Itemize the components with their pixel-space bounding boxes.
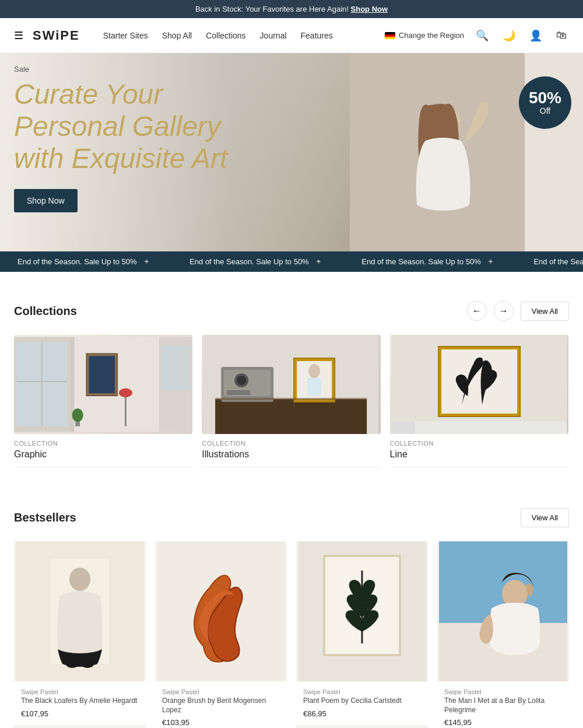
svg-point-26 — [308, 364, 320, 378]
product-art-3 — [439, 541, 567, 681]
product-brand-1: Swipe Pastel — [162, 688, 280, 695]
nav-journal[interactable]: Journal — [260, 31, 287, 40]
collections-grid: Collection Graphic — [14, 335, 569, 467]
cart-button[interactable]: 🛍 — [554, 27, 569, 44]
product-art-1 — [157, 541, 285, 681]
product-card-3[interactable]: Swipe Pastel The Man I Met at a Bar By L… — [437, 541, 569, 728]
product-price-0: €107,95 — [21, 709, 139, 718]
product-name-0: The Black Loafers By Amelie Hegardt — [21, 696, 139, 706]
collections-prev-button[interactable]: ← — [467, 301, 487, 321]
theme-toggle-button[interactable]: 🌙 — [500, 27, 518, 44]
product-img-2 — [296, 541, 428, 681]
hamburger-icon[interactable]: ☰ — [14, 29, 23, 42]
nav-features[interactable]: Features — [301, 31, 333, 40]
collection-label-1: Collection — [202, 440, 380, 447]
ticker-item-1: End of the Season. Sale Up to 50% ✦ — [0, 257, 172, 266]
collection-scene-2 — [202, 335, 380, 434]
svg-point-36 — [69, 568, 90, 591]
product-brand-2: Swipe Pastel — [303, 688, 421, 695]
product-info-0: Swipe Pastel The Black Loafers By Amelie… — [14, 681, 146, 725]
product-img-1 — [155, 541, 287, 681]
collection-scene-svg-2 — [202, 335, 380, 434]
product-brand-0: Swipe Pastel — [21, 688, 139, 695]
svg-point-15 — [72, 408, 83, 422]
product-art-0 — [16, 541, 144, 681]
collections-view-all-button[interactable]: View All — [521, 302, 569, 321]
bestsellers-view-all-button[interactable]: View All — [521, 508, 569, 527]
collection-name-0: Graphic — [14, 449, 192, 467]
products-grid: Swipe Pastel The Black Loafers By Amelie… — [14, 541, 569, 728]
ticker-item-4: End of the Season. Sale Up to 50% ✦ — [516, 257, 583, 266]
product-img-3 — [437, 541, 569, 681]
collections-title: Collections — [14, 304, 77, 318]
product-img-0 — [14, 541, 146, 681]
region-button[interactable]: Change the Region — [385, 31, 464, 40]
svg-rect-32 — [392, 421, 567, 434]
ticker-item-3: End of the Season. Sale Up to 50% ✦ — [344, 257, 516, 266]
product-info-3: Swipe Pastel The Man I Met at a Bar By L… — [437, 681, 569, 728]
collection-img-illustrations — [202, 335, 380, 434]
svg-rect-27 — [307, 378, 321, 396]
svg-point-38 — [82, 662, 93, 668]
product-art-2 — [298, 541, 426, 681]
ticker-item-2: End of the Season. Sale Up to 50% ✦ — [172, 257, 344, 266]
nav-shop-all[interactable]: Shop All — [162, 31, 192, 40]
collection-scene-1 — [14, 335, 192, 434]
collection-card-graphic[interactable]: Collection Graphic — [14, 335, 192, 467]
product-price-2: €86,95 — [303, 709, 421, 718]
hero-sale-badge: Sale — [14, 65, 254, 74]
collection-name-2: Line — [390, 449, 568, 467]
svg-point-11 — [119, 388, 132, 397]
product-card-1[interactable]: Swipe Pastel Orange Brush by Berit Mogen… — [155, 541, 287, 728]
product-info-1: Swipe Pastel Orange Brush by Berit Mogen… — [155, 681, 287, 728]
product-name-3: The Man I Met at a Bar By Lolita Pelegri… — [444, 696, 562, 715]
product-brand-3: Swipe Pastel — [444, 688, 562, 695]
collections-controls: ← → View All — [467, 301, 569, 321]
header-right: Change the Region 🔍 🌙 👤 🛍 — [385, 27, 569, 44]
svg-rect-13 — [162, 345, 190, 390]
product-info-2: Swipe Pastel Plant Poem by Cecilia Carls… — [296, 681, 428, 725]
announcement-bar: Back in Stock: Your Favorites are Here A… — [0, 0, 583, 18]
hero-person-area — [350, 53, 525, 251]
svg-rect-28 — [215, 398, 367, 400]
svg-rect-17 — [215, 399, 367, 434]
svg-rect-33 — [392, 421, 415, 434]
collections-next-button[interactable]: → — [494, 301, 514, 321]
hero-discount-badge: 50% Off — [519, 76, 571, 129]
hero-discount-off: Off — [540, 106, 550, 116]
collections-section: Collections ← → View All — [0, 272, 583, 485]
header-left: ☰ SWiPE Starter Sites Shop All Collectio… — [14, 28, 385, 43]
collection-card-line[interactable]: Collection Line — [390, 335, 568, 467]
svg-rect-9 — [89, 356, 115, 393]
svg-point-37 — [66, 662, 78, 668]
ticker-inner: End of the Season. Sale Up to 50% ✦ End … — [0, 257, 583, 266]
nav-collections[interactable]: Collections — [206, 31, 245, 40]
svg-rect-23 — [236, 390, 250, 395]
region-label: Change the Region — [399, 31, 464, 40]
nav-starter-sites[interactable]: Starter Sites — [103, 31, 148, 40]
bestsellers-header: Bestsellers View All — [14, 508, 569, 527]
logo[interactable]: SWiPE — [33, 28, 80, 43]
hero-cta-button[interactable]: Shop Now — [14, 189, 78, 212]
collection-label-2: Collection — [390, 440, 568, 447]
svg-point-21 — [237, 376, 246, 385]
collection-scene-svg-1 — [14, 335, 192, 434]
product-card-2[interactable]: Swipe Pastel Plant Poem by Cecilia Carls… — [296, 541, 428, 728]
ticker-bar: End of the Season. Sale Up to 50% ✦ End … — [0, 251, 583, 272]
collection-scene-svg-3 — [390, 335, 568, 434]
collection-name-1: Illustrations — [202, 449, 380, 467]
header: ☰ SWiPE Starter Sites Shop All Collectio… — [0, 18, 583, 53]
collection-img-graphic — [14, 335, 192, 434]
main-nav: Starter Sites Shop All Collections Journ… — [103, 31, 333, 40]
product-price-1: €103,95 — [162, 718, 280, 727]
product-card-0[interactable]: Swipe Pastel The Black Loafers By Amelie… — [14, 541, 146, 728]
collection-card-illustrations[interactable]: Collection Illustrations — [202, 335, 380, 467]
collection-scene-3 — [390, 335, 568, 434]
product-name-1: Orange Brush by Berit Mogensen Lopez — [162, 696, 280, 715]
account-button[interactable]: 👤 — [527, 27, 545, 44]
search-button[interactable]: 🔍 — [473, 27, 491, 44]
bestsellers-section: Bestsellers View All S — [0, 485, 583, 728]
announcement-link[interactable]: Shop Now — [351, 5, 388, 13]
hero-discount-percent: 50% — [529, 90, 561, 106]
announcement-text: Back in Stock: Your Favorites are Here A… — [195, 5, 351, 13]
